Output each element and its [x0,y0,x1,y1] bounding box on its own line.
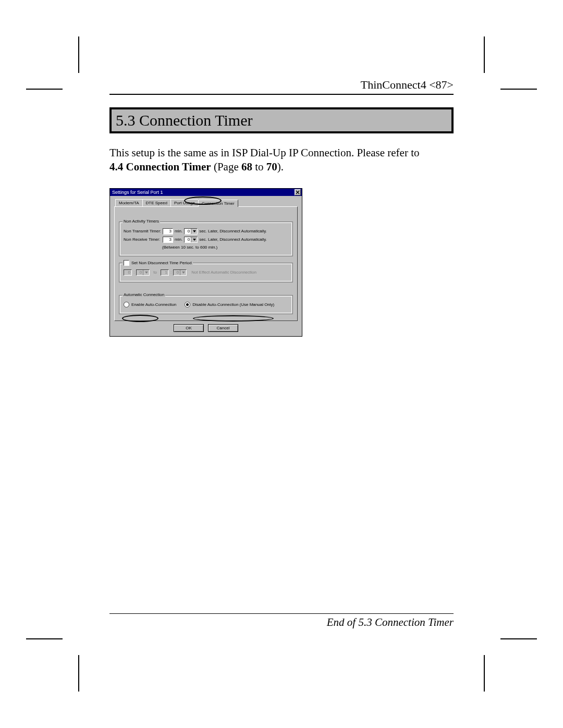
input-transmit-min[interactable] [163,228,173,235]
label-after-1: sec. Later, Disconnect Automatically. [199,229,267,233]
reference-link: 4.4 Connection Timer [109,161,211,173]
input-receive-min[interactable] [163,237,173,243]
page-end: 70 [266,161,277,173]
intro-paragraph: This setup is the same as in ISP Dial-Up… [109,146,454,175]
dropdown-transmit-sec[interactable]: 0 [184,228,198,235]
radio-disable-auto[interactable] [185,302,190,307]
checkbox-label: Set Non Disconnect Time Period [131,261,192,265]
dialog-title: Settings for Serial Port 1 [112,190,163,195]
page-start: 68 [241,161,252,173]
tab-dte-speed[interactable]: DTE Speed [142,199,171,206]
period-note: Not Effect Automatic Disconnection [191,270,256,275]
colon-1: : [133,270,134,275]
colon-2: : [170,270,172,275]
settings-dialog: Settings for Serial Port 1 Modem/TA DTE … [109,188,302,337]
dropdown-receive-sec-val: 0 [185,237,191,242]
group-legend-period: Set Non Disconnect Time Period [123,260,193,266]
svg-marker-3 [193,239,196,241]
label-disable-auto: Disable Auto-Connection (Use Manual Only… [192,302,274,307]
tab-connection-timer[interactable]: Connection Timer [198,200,238,207]
crop-mark-top-right [480,36,537,94]
section-title: 5.3 Connection Timer [109,107,454,133]
dropdown-transmit-sec-val: 0 [185,229,191,233]
tab-port-usage[interactable]: Port Usage [170,199,199,206]
tabs: Modem/TA DTE Speed Port Usage Connection… [114,199,298,206]
from-min-val: 0 [137,270,143,275]
label-min-1: min. [175,229,182,233]
crop-mark-bottom-right [480,634,537,692]
ok-button[interactable]: OK [174,324,204,332]
row-non-receive: Non Receive Timer: min. 0 sec. Later, Di… [124,237,288,243]
svg-marker-2 [193,230,196,232]
tab-panel: Non Activity Timers Non Transmit Timer: … [114,206,298,321]
crop-mark-top-left [26,36,83,94]
label-min-2: min. [175,237,182,242]
svg-marker-4 [145,272,148,274]
checkbox-set-period[interactable] [124,260,129,266]
annotation-circle-disable [193,315,274,322]
chevron-down-icon [191,229,197,234]
annotation-circle-legend [122,315,158,322]
group-legend-nonactivity: Non Activity Timers [123,219,160,224]
ref-open: (Page [211,161,241,173]
row-non-transmit: Non Transmit Timer: min. 0 sec. Later, D… [124,228,288,235]
group-legend-auto: Automatic Connection [123,292,165,297]
titlebar: Settings for Serial Port 1 [110,189,302,196]
chevron-down-icon [180,270,186,275]
label-enable-auto: Enable Auto-Connection [131,302,176,307]
crop-mark-bottom-left [26,634,83,692]
dropdown-from-min: 0 [136,269,150,276]
group-auto-connection: Automatic Connection Enable Auto-Connect… [119,295,293,314]
input-to-hour [161,269,169,276]
range-note: (Between 10 sec. to 600 min.) [162,245,288,250]
close-icon[interactable] [295,189,301,195]
input-from-hour [124,269,132,276]
label-to: to [153,270,157,275]
to-min-val: 0 [174,270,180,275]
cancel-button[interactable]: Cancel [208,324,238,332]
row-period: : 0 to : 0 Not Effect Automatic Disconne… [124,269,288,276]
label-non-receive: Non Receive Timer: [124,237,161,242]
radio-enable-auto[interactable] [124,302,129,307]
dialog-body: Modem/TA DTE Speed Port Usage Connection… [110,196,302,336]
tab-modem-ta[interactable]: Modem/TA [115,199,143,206]
group-non-disconnect: Set Non Disconnect Time Period : 0 to : [119,263,293,282]
group-non-activity: Non Activity Timers Non Transmit Timer: … [119,221,293,256]
ref-close: ). [277,161,284,173]
label-after-2: sec. Later, Disconnect Automatically. [199,237,267,242]
ref-to: to [252,161,266,173]
svg-marker-5 [182,272,185,274]
dropdown-to-min: 0 [173,269,187,276]
intro-text: This setup is the same as in ISP Dial-Up… [109,146,420,159]
running-head: ThinConnect4 <87> [109,78,454,95]
chevron-down-icon [143,270,149,275]
section-end-footer: End of 5.3 Connection Timer [109,613,454,629]
chevron-down-icon [191,237,197,242]
dropdown-receive-sec[interactable]: 0 [184,237,198,243]
page-content: ThinConnect4 <87> 5.3 Connection Timer T… [109,78,454,629]
label-non-transmit: Non Transmit Timer: [124,229,161,233]
row-auto-radios: Enable Auto-Connection Disable Auto-Conn… [124,302,288,307]
dialog-buttons: OK Cancel [114,321,298,333]
